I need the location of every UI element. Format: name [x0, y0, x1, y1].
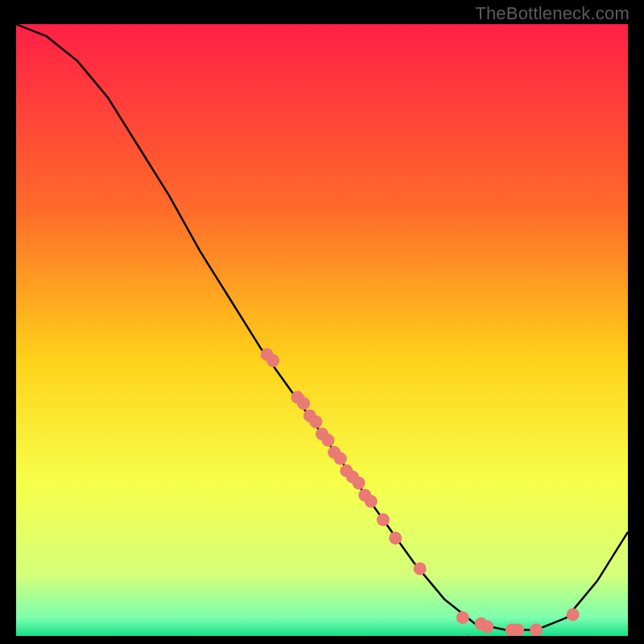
watermark-text: TheBottleneck.com: [475, 3, 630, 24]
data-marker: [309, 415, 322, 428]
data-marker: [456, 611, 469, 624]
data-marker: [322, 434, 335, 447]
data-marker: [365, 495, 378, 508]
data-marker: [334, 452, 347, 465]
data-marker: [567, 608, 580, 621]
data-marker: [297, 397, 310, 410]
data-marker: [481, 621, 493, 634]
data-marker: [266, 354, 279, 367]
data-marker: [353, 477, 365, 489]
bottleneck-curve-chart: [16, 24, 628, 636]
data-marker: [377, 514, 390, 526]
chart-frame: [16, 24, 628, 636]
gradient-background: [16, 24, 628, 636]
data-marker: [511, 623, 524, 636]
data-marker: [414, 562, 427, 575]
data-marker: [530, 623, 543, 636]
data-marker: [389, 531, 402, 544]
